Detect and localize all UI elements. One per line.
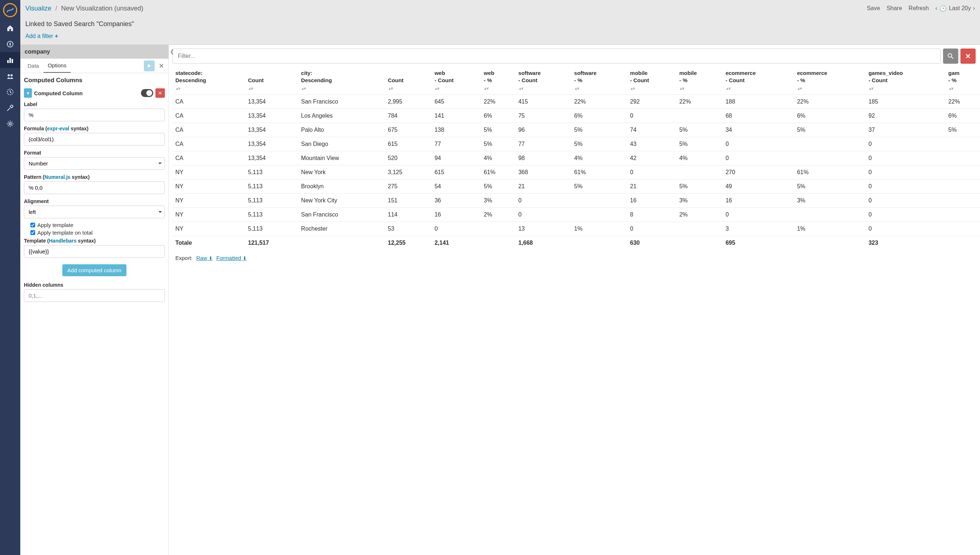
nav-dashboard[interactable] [0,68,20,84]
table-cell: 5% [481,137,515,151]
table-cell: 3,125 [385,165,432,179]
template-input[interactable] [24,245,165,258]
apply-template-checkbox[interactable] [31,223,35,227]
sort-icon[interactable]: ▴▾ [575,86,579,90]
expr-eval-link[interactable]: expr-eval [47,126,69,132]
column-header[interactable]: web- Count▴▾ [432,68,481,95]
table-cell: 5% [571,137,627,151]
chevron-right-icon[interactable]: › [973,5,975,11]
column-header[interactable]: mobile- Count▴▾ [627,68,676,95]
sort-icon[interactable]: ▴▾ [631,86,635,90]
refresh-action[interactable]: Refresh [909,5,929,11]
apply-template-total-checkbox[interactable] [31,230,35,235]
sort-icon[interactable]: ▴▾ [435,86,439,90]
sort-icon[interactable]: ▴▾ [302,86,306,90]
table-cell: 37 [866,123,945,137]
format-select[interactable]: Number [24,157,165,170]
column-header[interactable]: web- %▴▾ [481,68,515,95]
app-logo[interactable] [0,0,20,20]
table-filter-input[interactable] [172,48,941,64]
column-header[interactable]: games_video- Count▴▾ [866,68,945,95]
pattern-label: Pattern (Numeral.js syntax) [20,173,169,181]
table-row: CA13,354Mountain View520944%984%424%00 [172,151,980,165]
collapse-panel-icon[interactable]: ❮ [169,48,176,55]
total-row: Totale121,51712,2552,1411,668630695323 [172,236,980,250]
table-cell: New York City [298,193,385,207]
table-cell [676,165,723,179]
table-cell: 5% [676,123,723,137]
numeraljs-link[interactable]: Numeral.js [45,174,71,180]
column-header[interactable]: ecommerce- %▴▾ [794,68,866,95]
table-row: NY5,113San Francisco114162%082%00 [172,207,980,221]
column-header[interactable]: mobile- %▴▾ [676,68,723,95]
column-header[interactable]: Count▴▾ [245,68,299,95]
topbar: Visualize / New Visualization (unsaved) … [20,0,980,45]
column-header[interactable]: statecode:Descending▴▾ [172,68,245,95]
column-header[interactable]: city:Descending▴▾ [298,68,385,95]
column-header[interactable]: software- %▴▾ [571,68,627,95]
nav-visualize[interactable] [0,52,20,68]
alignment-select[interactable]: left [24,205,165,218]
table-cell: 54 [432,179,481,193]
pattern-input[interactable] [24,181,165,194]
time-picker[interactable]: ‹ 🕒 Last 20y › [935,5,975,12]
table-cell: 114 [385,207,432,221]
table-cell: 270 [723,165,794,179]
chevron-left-icon[interactable]: ‹ [935,5,937,11]
handlebars-link[interactable]: Handlebars [49,238,76,244]
label-input[interactable] [24,109,165,121]
table-cell: 141 [432,109,481,123]
table-cell: 5% [571,179,627,193]
sort-icon[interactable]: ▴▾ [484,86,489,90]
clear-filter-button[interactable] [961,48,976,64]
share-action[interactable]: Share [887,5,902,11]
hidden-columns-input[interactable] [24,289,165,302]
column-header[interactable]: gam- %▴▾ [946,68,980,95]
nav-management[interactable] [0,116,20,132]
hidden-columns-label: Hidden columns [20,281,169,289]
sort-icon[interactable]: ▴▾ [726,86,731,90]
table-cell: Totale [172,236,245,250]
breadcrumb-root[interactable]: Visualize [26,5,51,12]
column-header[interactable]: ecommerce- Count▴▾ [723,68,794,95]
chevron-down-icon[interactable]: ▾ [24,88,32,98]
add-computed-column-button[interactable]: Add computed column [62,264,127,276]
table-cell: 94 [432,151,481,165]
apply-button[interactable] [144,61,155,71]
export-formatted-link[interactable]: Formatted ⬇ [216,255,247,261]
sort-icon[interactable]: ▴▾ [798,86,802,90]
nav-timelion[interactable] [0,84,20,100]
table-cell: 368 [516,165,571,179]
column-header[interactable]: Count▴▾ [385,68,432,95]
nav-devtools[interactable] [0,100,20,116]
table-cell: 2% [481,207,515,221]
table-cell: 520 [385,151,432,165]
sort-icon[interactable]: ▴▾ [249,86,253,90]
table-cell: Brooklyn [298,179,385,193]
sort-icon[interactable]: ▴▾ [949,86,954,90]
table-cell: 0 [723,151,794,165]
sort-icon[interactable]: ▴▾ [869,86,874,90]
delete-button[interactable]: ✕ [156,88,165,98]
export-raw-link[interactable]: Raw ⬇ [196,255,213,261]
add-filter-link[interactable]: Add a filter + [26,33,58,39]
column-header[interactable]: software- Count▴▾ [516,68,571,95]
search-icon[interactable] [943,48,958,64]
enable-toggle[interactable] [141,89,153,97]
formula-input[interactable] [24,133,165,146]
download-icon: ⬇ [243,256,247,261]
tab-data[interactable]: Data [23,59,43,72]
table-cell: 13,354 [245,137,299,151]
sort-icon[interactable]: ▴▾ [519,86,524,90]
sort-icon[interactable]: ▴▾ [176,86,180,90]
table-cell: 675 [385,123,432,137]
nav-home[interactable] [0,20,20,36]
index-pattern[interactable]: company [20,45,169,59]
sort-icon[interactable]: ▴▾ [680,86,684,90]
tab-options[interactable]: Options [43,59,71,73]
save-action[interactable]: Save [867,5,880,11]
close-icon[interactable]: ✕ [157,61,165,70]
nav-discover[interactable] [0,36,20,52]
table-cell: 0 [723,137,794,151]
sort-icon[interactable]: ▴▾ [389,86,393,90]
